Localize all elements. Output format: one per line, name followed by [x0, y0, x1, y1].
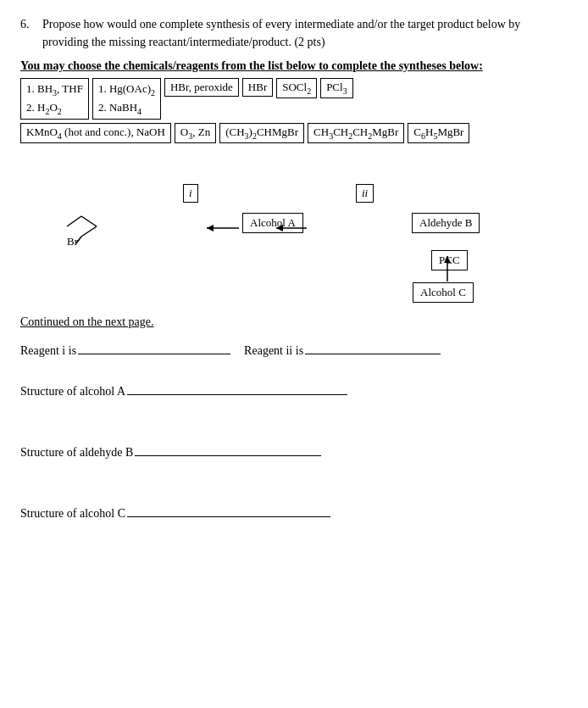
- alcohol-a-box: Alcohol A: [242, 213, 303, 233]
- svg-marker-1: [207, 225, 214, 231]
- reagent-ii-prompt: Reagent ii is: [244, 344, 303, 358]
- reagent-i-answer-line[interactable]: [78, 341, 230, 354]
- reaction-diagram: Br i Alcohol A ii Aldehyde B PCC Alcohol…: [46, 159, 568, 307]
- pcc-box: PCC: [431, 250, 468, 270]
- reagent-pcl3: PCl3: [320, 78, 353, 98]
- reagent-o3-zn: O3, Zn: [175, 123, 216, 143]
- structure-alcohol-a-row: Structure of alcohol A: [20, 382, 568, 399]
- structure-alcohol-a-section: Structure of alcohol A: [20, 382, 568, 399]
- reagents-row-1: 1. BH3, THF 2. H2O2 1. Hg(OAc)2 2. NaBH4…: [20, 78, 568, 120]
- structure-aldehyde-b-row: Structure of aldehyde B: [20, 443, 568, 460]
- aldehyde-b-label: Aldehyde B: [419, 216, 472, 229]
- reagent-hbr: HBr: [242, 78, 273, 97]
- svg-line-8: [81, 226, 97, 237]
- svg-text:Br: Br: [67, 235, 79, 248]
- structure-aldehyde-b-section: Structure of aldehyde B: [20, 443, 568, 460]
- pcc-label: PCC: [439, 254, 460, 266]
- reagent-hgoac: 1. Hg(OAc)2 2. NaBH4: [92, 78, 161, 120]
- svg-line-7: [81, 216, 97, 226]
- structure-aldehyde-b-label: Structure of aldehyde B: [20, 446, 133, 460]
- reagent-kmno4: KMnO4 (hot and conc.), NaOH: [20, 123, 171, 143]
- reagent-i-label: i: [189, 187, 192, 199]
- structure-alcohol-a-label: Structure of alcohol A: [20, 385, 125, 399]
- question-header: 6. Propose how would one complete synthe…: [20, 15, 568, 51]
- structure-aldehyde-b-line[interactable]: [135, 443, 321, 456]
- reagent-ii-answer-line[interactable]: [305, 341, 441, 354]
- structure-alcohol-c-section: Structure of alcohol C: [20, 504, 568, 521]
- alcohol-c-box: Alcohol C: [413, 282, 474, 303]
- structure-alcohol-a-line[interactable]: [127, 382, 347, 395]
- continued-text: Continued on the next page.: [20, 315, 568, 329]
- instruction-text: You may choose the chemicals/reagents fr…: [20, 59, 568, 73]
- question-text: Propose how would one complete synthesis…: [42, 15, 568, 51]
- reagent-answer-row: Reagent i is Reagent ii is: [20, 341, 568, 358]
- reagent-c6h5mgbr: C6H5MgBr: [408, 123, 469, 143]
- reagent-bh3-thf: 1. BH3, THF 2. H2O2: [20, 78, 89, 120]
- structure-alcohol-c-line[interactable]: [127, 504, 330, 517]
- continued-label: Continued on the next page.: [20, 315, 153, 328]
- reagent-ch3-chMgBr: (CH3)2CHMgBr: [219, 123, 304, 143]
- reagent-socl2: SOCl2: [276, 78, 317, 98]
- question-section: 6. Propose how would one complete synthe…: [20, 15, 568, 521]
- reagent-i-prompt: Reagent i is: [20, 344, 76, 358]
- reagent-i-box: i: [183, 184, 198, 203]
- svg-line-6: [67, 216, 81, 226]
- skeletal-formula-svg: Br: [63, 201, 130, 248]
- alcohol-a-label: Alcohol A: [250, 216, 296, 229]
- reagents-row-2: KMnO4 (hot and conc.), NaOH O3, Zn (CH3)…: [20, 123, 568, 143]
- reagent-hbr-peroxide: HBr, peroxide: [164, 78, 239, 97]
- reagent-ii-box: ii: [356, 184, 374, 203]
- reagent-ii-label: ii: [362, 187, 368, 199]
- question-number: 6.: [20, 15, 36, 51]
- bromide-molecule: Br: [63, 201, 130, 251]
- reagent-ch3ch2ch2mgbr: CH3CH2CH2MgBr: [308, 123, 404, 143]
- structure-alcohol-c-row: Structure of alcohol C: [20, 504, 568, 521]
- structure-alcohol-c-label: Structure of alcohol C: [20, 507, 125, 521]
- aldehyde-b-box: Aldehyde B: [412, 213, 480, 233]
- alcohol-c-label: Alcohol C: [420, 286, 466, 298]
